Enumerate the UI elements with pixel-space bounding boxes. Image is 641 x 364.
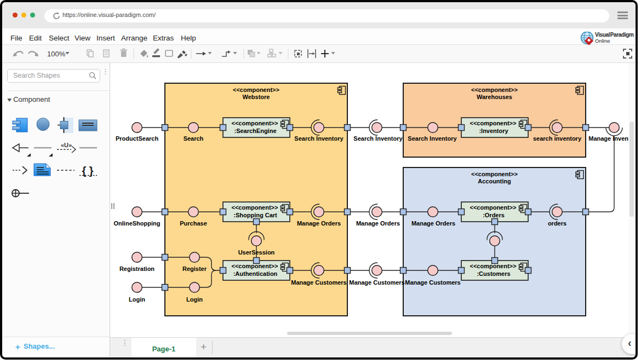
svg-text::Shopping Cart: :Shopping Cart [233, 212, 277, 218]
svg-text:«U»: «U» [61, 142, 72, 148]
svg-text:<<component>>: <<component>> [232, 204, 278, 211]
svg-text:Accounting: Accounting [478, 178, 511, 184]
svg-text:Manage Inventory: Manage Inventory [588, 135, 628, 142]
svg-text:<<component>>: <<component>> [470, 204, 517, 211]
svg-text:Search Inventory: Search Inventory [294, 135, 344, 142]
svg-text::Authentication: :Authentication [233, 270, 278, 277]
svg-text::SearchEngine: :SearchEngine [234, 128, 276, 134]
svg-text:Webstore: Webstore [243, 94, 270, 100]
svg-text:100%: 100% [47, 50, 66, 58]
svg-text:Manage Orders: Manage Orders [297, 220, 341, 227]
svg-text::Customers: :Customers [477, 270, 510, 277]
svg-text:<<component>>: <<component>> [233, 86, 279, 93]
svg-text:Manage Customers: Manage Customers [405, 279, 460, 286]
svg-text:UserSession: UserSession [238, 249, 275, 256]
svg-text:ProductSearch: ProductSearch [116, 135, 159, 142]
svg-text:<<component>>: <<component>> [232, 120, 278, 126]
svg-text:<<component>>: <<component>> [470, 120, 517, 126]
svg-text:Search Inventory: Search Inventory [408, 135, 457, 142]
svg-text:Registration: Registration [119, 265, 154, 272]
svg-text:Manage Orders: Manage Orders [411, 220, 455, 227]
svg-text:Purchase: Purchase [180, 220, 207, 227]
svg-text:Manage Customers: Manage Customers [349, 279, 404, 286]
svg-text:<<component>>: <<component>> [232, 263, 278, 269]
svg-text:Warehouses: Warehouses [477, 94, 512, 100]
svg-text::Orders: :Orders [483, 212, 505, 218]
svg-text:Login: Login [129, 296, 145, 303]
svg-text:Manage Customers: Manage Customers [291, 279, 346, 286]
svg-text:search inventory: search inventory [533, 135, 582, 142]
svg-text:OnlineShopping: OnlineShopping [114, 220, 161, 227]
svg-text:Manage Orders: Manage Orders [356, 220, 400, 227]
svg-text:Search: Search [184, 135, 204, 142]
svg-text:Register: Register [182, 265, 207, 272]
svg-text:<<component>>: <<component>> [471, 171, 518, 177]
svg-text:Login: Login [186, 296, 203, 303]
svg-text:<<component>>: <<component>> [471, 86, 518, 93]
svg-text:<<component>>: <<component>> [470, 263, 517, 269]
svg-text:Search Inventory: Search Inventory [353, 135, 403, 142]
svg-text:orders: orders [548, 220, 566, 227]
svg-text::Inventory: :Inventory [479, 128, 508, 134]
